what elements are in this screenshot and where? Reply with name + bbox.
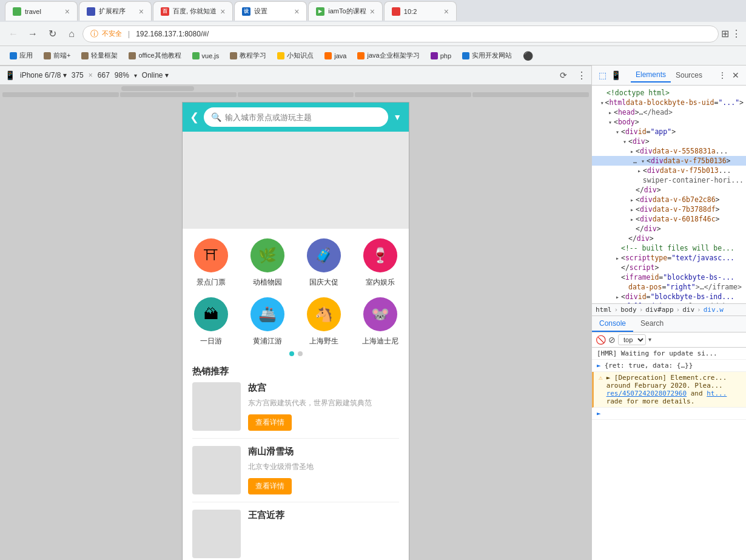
tree-line-div-6018[interactable]: <div data-v-6018f46c> bbox=[592, 214, 746, 224]
category-icon-river: 🚢 bbox=[250, 297, 284, 331]
tab-extra[interactable]: 10:2 × bbox=[384, 1, 457, 21]
detail-btn-gugong[interactable]: 查看详情 bbox=[248, 414, 292, 431]
tab-settings[interactable]: 设 设置 × bbox=[234, 1, 307, 21]
nav-extra-buttons: ⊞ ⋮ bbox=[721, 28, 741, 39]
dropdown-btn[interactable]: ▼ bbox=[393, 112, 402, 122]
bookmark-tutorials[interactable]: 教程学习 bbox=[225, 49, 271, 62]
elements-tab-label[interactable]: Elements bbox=[631, 68, 671, 83]
forward-button[interactable]: → bbox=[24, 25, 41, 42]
back-button[interactable]: ← bbox=[5, 25, 22, 42]
rotate-icon[interactable]: ⟳ bbox=[560, 70, 567, 80]
reload-button[interactable]: ↻ bbox=[44, 25, 61, 42]
category-national[interactable]: 🧳 国庆大促 bbox=[301, 238, 348, 288]
cast-icon[interactable]: ⊞ bbox=[721, 28, 729, 39]
h-scroll-track[interactable] bbox=[121, 86, 194, 91]
bookmark-java[interactable]: java bbox=[320, 50, 351, 62]
console-input-bar: 🚫 ⊘ top ▾ bbox=[592, 332, 746, 348]
tree-line-div-blockbyte[interactable]: <div id="blockbyte-bs-ind... bbox=[592, 292, 746, 302]
device-toggle-icon[interactable]: 📱 bbox=[609, 69, 622, 82]
context-dropdown-icon[interactable]: ▾ bbox=[648, 336, 651, 343]
back-btn[interactable]: ❮ bbox=[190, 110, 199, 124]
console-stop-icon[interactable]: ⊘ bbox=[608, 335, 616, 345]
category-daytrip[interactable]: 🏔 一日游 bbox=[187, 297, 234, 346]
more-options-icon[interactable]: ⋮ bbox=[577, 70, 586, 81]
bookmark-icon bbox=[462, 52, 469, 59]
category-zoo[interactable]: 🌿 动植物园 bbox=[244, 238, 291, 288]
tree-line-iframe[interactable]: <iframe id="blockbyte-bs-... bbox=[592, 272, 746, 282]
tree-line-div-7b37[interactable]: <div data-v-7b3788df> bbox=[592, 204, 746, 214]
tree-line-body[interactable]: <body> bbox=[592, 117, 746, 127]
home-button[interactable]: ⌂ bbox=[63, 25, 80, 42]
warning-link1[interactable]: res/4507242028072960 bbox=[607, 390, 687, 397]
bookmark-office[interactable]: office其他教程 bbox=[124, 49, 186, 62]
console-tab-console[interactable]: Console bbox=[592, 316, 633, 332]
bookmark-framework[interactable]: 轻量框架 bbox=[76, 49, 123, 62]
tree-line-script[interactable]: <script type="text/javasc... bbox=[592, 253, 746, 263]
devtools-more-icon[interactable]: ⋮ bbox=[716, 69, 729, 82]
search-input[interactable] bbox=[225, 113, 381, 122]
network-selector[interactable]: Online ▾ bbox=[142, 71, 169, 79]
category-label-national: 国庆大促 bbox=[309, 277, 338, 288]
tree-line-div-f75b0[interactable]: <div data-v-f75b013... bbox=[592, 166, 746, 175]
expand-arrow[interactable]: ► bbox=[597, 410, 601, 417]
tree-line-div-5558[interactable]: <div data-v-5558831a ... bbox=[592, 146, 746, 156]
more-icon[interactable]: ⋮ bbox=[731, 28, 741, 39]
search-bar-container[interactable]: 🔍 bbox=[204, 107, 388, 127]
bookmark-github[interactable]: ⚫ bbox=[518, 49, 538, 63]
devtools-close-icon[interactable]: ✕ bbox=[729, 69, 742, 82]
zoom-selector[interactable]: 98% bbox=[115, 71, 129, 79]
bookmark-apps[interactable]: 应用 bbox=[5, 49, 38, 62]
category-river[interactable]: 🚢 黄浦江游 bbox=[244, 297, 291, 346]
category-wildlife[interactable]: 🐴 上海野生 bbox=[301, 297, 348, 346]
breadcrumb-div-w[interactable]: div.w bbox=[704, 306, 724, 314]
tab-baidu[interactable]: 百 百度, 你就知道 × bbox=[153, 1, 233, 21]
tab-close-travel[interactable]: × bbox=[65, 7, 70, 16]
bookmark-icon bbox=[81, 52, 89, 59]
sources-tab-label[interactable]: Sources bbox=[671, 69, 707, 82]
tab-close-extensions[interactable]: × bbox=[139, 7, 144, 16]
dot-2 bbox=[298, 351, 303, 356]
console-messages: [HMR] Waiting for update si... ► {ret: t… bbox=[592, 348, 746, 561]
tree-line-div-f75b-selected[interactable]: … <div data-v-f75b0136 > bbox=[592, 156, 746, 166]
tree-line-comment-built: <!-- built files will be... bbox=[592, 243, 746, 253]
tab-close-iamto[interactable]: × bbox=[370, 7, 375, 16]
bookmark-frontend[interactable]: 前端+ bbox=[39, 49, 75, 62]
address-bar[interactable]: ⓘ 不安全 | 192.168.137.1:8080/#/ bbox=[82, 25, 719, 42]
context-selector[interactable]: top bbox=[618, 334, 646, 345]
category-jingdian[interactable]: ⛩ 景点门票 bbox=[187, 238, 234, 288]
breadcrumb-body[interactable]: body bbox=[620, 306, 637, 314]
bookmark-tips[interactable]: 小知识点 bbox=[272, 49, 318, 62]
bookmark-dev-site[interactable]: 实用开发网站 bbox=[457, 49, 517, 62]
breadcrumb-html[interactable]: html bbox=[596, 306, 612, 314]
tree-line-html[interactable]: <html data-blockbyte-bs-uid="..." > bbox=[592, 98, 746, 107]
nav-bar: ← → ↻ ⌂ ⓘ 不安全 | 192.168.137.1:8080/#/ ⊞ … bbox=[0, 22, 746, 46]
bookmark-php[interactable]: php bbox=[426, 50, 456, 62]
preview-area: ❮ 🔍 ▼ ⛩ 景点门票 bbox=[0, 92, 591, 560]
bookmark-java-enterprise[interactable]: java企业框架学习 bbox=[352, 49, 424, 62]
detail-btn-nanshan[interactable]: 查看详情 bbox=[248, 478, 292, 494]
tab-travel[interactable]: travel × bbox=[5, 1, 78, 21]
tree-line-div2[interactable]: <div> bbox=[592, 137, 746, 146]
device-selector[interactable]: iPhone 6/7/8 ▾ bbox=[20, 71, 67, 79]
tree-line-div-app[interactable]: <div id="app" > bbox=[592, 127, 746, 137]
category-indoor[interactable]: 🍷 室内娱乐 bbox=[357, 238, 404, 288]
tree-line-head[interactable]: <head> …</head> bbox=[592, 107, 746, 117]
tree-line-swiper: swiper-container-hori... bbox=[592, 175, 746, 185]
console-tab-search[interactable]: Search bbox=[633, 316, 671, 332]
warning-link2[interactable]: ht... bbox=[707, 390, 727, 397]
expand-icon[interactable]: ► bbox=[597, 362, 601, 369]
tab-iamto[interactable]: ▶ iamTo的课程 × bbox=[308, 1, 383, 21]
inspect-icon[interactable]: ⬚ bbox=[596, 69, 609, 82]
bookmark-vuejs[interactable]: vue.js bbox=[187, 50, 224, 62]
tab-close-extra[interactable]: × bbox=[444, 7, 449, 16]
category-disney[interactable]: 🐭 上海迪士尼 bbox=[357, 297, 404, 346]
tab-close-settings[interactable]: × bbox=[294, 7, 299, 16]
breadcrumb-bar: html › body › div#app › div › div.w bbox=[592, 303, 746, 315]
tab-close-baidu[interactable]: × bbox=[220, 7, 225, 16]
console-clear-icon[interactable]: 🚫 bbox=[596, 335, 606, 345]
breadcrumb-div[interactable]: div bbox=[682, 306, 694, 314]
tab-extensions[interactable]: 扩展程序 × bbox=[79, 1, 152, 21]
bc-sep4: › bbox=[697, 306, 701, 314]
tree-line-div-6b7e[interactable]: <div data-v-6b7e2c86> bbox=[592, 195, 746, 204]
breadcrumb-div-app[interactable]: div#app bbox=[645, 306, 673, 314]
